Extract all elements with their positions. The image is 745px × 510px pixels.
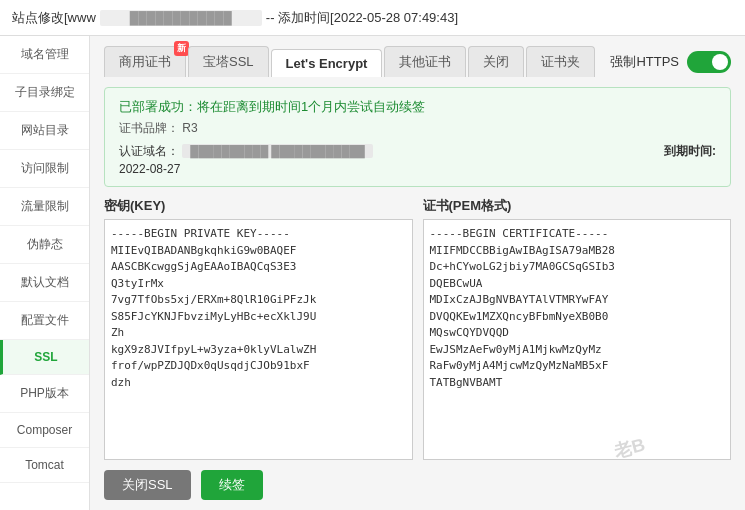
domain-row: 认证域名： ██████████ ████████████ 到期时间: <box>119 143 716 160</box>
content-area: 商用证书 新 宝塔SSL Let's Encrypt 其他证书 关闭 证书夹 <box>90 36 745 510</box>
sidebar-item-webdir[interactable]: 网站目录 <box>0 112 89 150</box>
sidebar-item-composer[interactable]: Composer <box>0 413 89 448</box>
site-prefix: 站点修改[www <box>12 9 96 27</box>
tabs-row: 商用证书 新 宝塔SSL Let's Encrypt 其他证书 关闭 证书夹 <box>104 46 731 77</box>
btn-row: 关闭SSL 续签 <box>104 470 731 500</box>
tabs: 商用证书 新 宝塔SSL Let's Encrypt 其他证书 关闭 证书夹 <box>104 46 595 77</box>
sidebar-item-php[interactable]: PHP版本 <box>0 375 89 413</box>
add-time: -- 添加时间[2022-05-28 07:49:43] <box>266 9 458 27</box>
https-toggle-area: 强制HTTPS <box>610 51 731 73</box>
top-bar: 站点修改[www ████████████ -- 添加时间[2022-05-28… <box>0 0 745 36</box>
renew-button[interactable]: 续签 <box>201 470 263 500</box>
sidebar-item-config[interactable]: 配置文件 <box>0 302 89 340</box>
key-section: 密钥(KEY) <box>104 197 413 460</box>
sidebar-item-subdir[interactable]: 子目录绑定 <box>0 74 89 112</box>
sidebar-item-access[interactable]: 访问限制 <box>0 150 89 188</box>
key-label: 密钥(KEY) <box>104 197 413 215</box>
site-domain: ████████████ <box>100 10 262 26</box>
https-toggle-label: 强制HTTPS <box>610 53 679 71</box>
tab-baota-ssl[interactable]: 宝塔SSL <box>188 46 269 77</box>
expire-label: 到期时间: <box>664 143 716 160</box>
sidebar-item-domain[interactable]: 域名管理 <box>0 36 89 74</box>
domain-value: ██████████ ████████████ <box>182 144 373 158</box>
cert-section: 证书(PEM格式) <box>423 197 732 460</box>
success-title: 已部署成功：将在距离到期时间1个月内尝试自动续签 <box>119 98 716 116</box>
brand-value: R3 <box>182 121 197 135</box>
tab-close[interactable]: 关闭 <box>468 46 524 77</box>
cert-label: 证书(PEM格式) <box>423 197 732 215</box>
date-row: 2022-08-27 <box>119 162 716 176</box>
https-toggle-switch[interactable] <box>687 51 731 73</box>
date-value: 2022-08-27 <box>119 162 180 176</box>
new-badge: 新 <box>174 41 189 56</box>
tab-commercial-cert[interactable]: 商用证书 新 <box>104 46 186 77</box>
tab-lets-encrypt[interactable]: Let's Encrypt <box>271 49 383 77</box>
close-ssl-button[interactable]: 关闭SSL <box>104 470 191 500</box>
success-box: 已部署成功：将在距离到期时间1个月内尝试自动续签 证书品牌： R3 认证域名： … <box>104 87 731 187</box>
sidebar-item-default-doc[interactable]: 默认文档 <box>0 264 89 302</box>
tab-other-cert[interactable]: 其他证书 <box>384 46 466 77</box>
brand-label: 证书品牌： <box>119 121 179 135</box>
sidebar-item-tomcat[interactable]: Tomcat <box>0 448 89 483</box>
sidebar: 域名管理 子目录绑定 网站目录 访问限制 流量限制 伪静态 默认文档 配置文件 … <box>0 36 90 510</box>
main-layout: 域名管理 子目录绑定 网站目录 访问限制 流量限制 伪静态 默认文档 配置文件 … <box>0 36 745 510</box>
key-textarea[interactable] <box>104 219 413 460</box>
tab-cert-folder[interactable]: 证书夹 <box>526 46 595 77</box>
domain-info: 认证域名： ██████████ ████████████ <box>119 143 373 160</box>
brand-line: 证书品牌： R3 <box>119 120 716 137</box>
sidebar-item-rewrite[interactable]: 伪静态 <box>0 226 89 264</box>
cert-textarea[interactable] <box>423 219 732 460</box>
sidebar-item-ssl[interactable]: SSL <box>0 340 89 375</box>
domain-label: 认证域名： <box>119 144 179 158</box>
sidebar-item-traffic[interactable]: 流量限制 <box>0 188 89 226</box>
key-cert-row: 密钥(KEY) 证书(PEM格式) <box>104 197 731 460</box>
